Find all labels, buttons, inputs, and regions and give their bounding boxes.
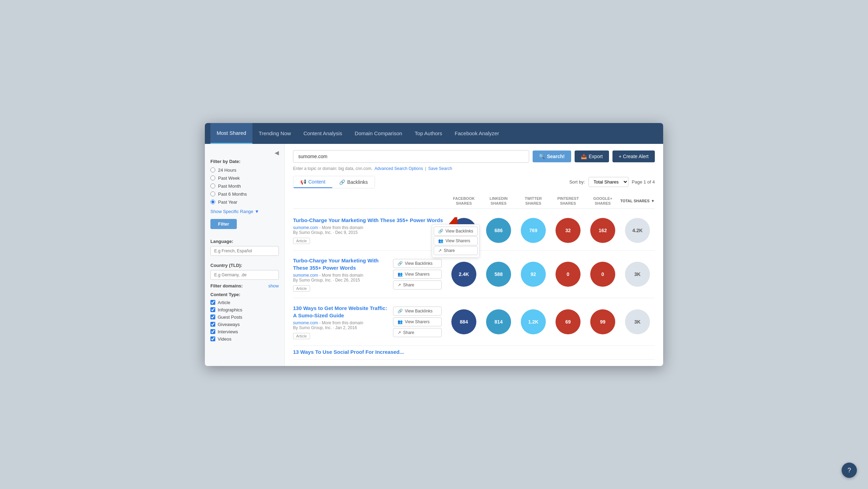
linkedin-stat-2: 588: [486, 262, 511, 287]
show-domains-link[interactable]: show: [268, 283, 279, 288]
share-btn-1[interactable]: ↗ Share: [434, 246, 478, 255]
filter-domains-row: Filter domains: show: [210, 283, 279, 288]
twitter-stat-3: 1.2K: [521, 309, 546, 334]
th-pinterest: PINTERESTSHARES: [551, 196, 585, 206]
checkbox-guest-posts[interactable]: Guest Posts: [210, 315, 279, 320]
help-button[interactable]: ?: [842, 463, 857, 478]
radio-24h-label: 24 Hours: [218, 168, 236, 173]
result-title-2[interactable]: Turbo-Charge Your Marketing With These 3…: [293, 257, 388, 271]
result-title-3[interactable]: 130 Ways to Get More Website Traffic: A …: [293, 304, 388, 319]
radio-month[interactable]: Past Month: [210, 184, 279, 189]
radio-week-label: Past Week: [218, 176, 240, 181]
checkbox-infographics[interactable]: Infographics: [210, 307, 279, 312]
checkbox-giveaways-input[interactable]: [210, 322, 215, 327]
result-domain-3[interactable]: sumome.com: [293, 320, 318, 325]
checkbox-infographics-input[interactable]: [210, 307, 215, 312]
checkbox-interviews-input[interactable]: [210, 329, 215, 334]
result-domain-2[interactable]: sumome.com: [293, 273, 318, 278]
view-sharers-btn-1[interactable]: 👥 View Sharers: [434, 236, 478, 245]
checkbox-article-label: Article: [218, 300, 230, 305]
checkbox-infographics-label: Infographics: [218, 307, 242, 312]
sidebar-collapse-row: ◀: [210, 149, 279, 156]
share-btn-2[interactable]: ↗ Share: [393, 280, 442, 290]
tab-content[interactable]: 📢 Content: [293, 176, 332, 188]
result-content-1: Turbo-Charge Your Marketing With These 3…: [293, 217, 446, 244]
filter-domains-label: Filter domains:: [210, 283, 243, 288]
table-header: FACEBOOKSHARES LINKEDINSHARES TWITTERSHA…: [293, 193, 655, 209]
result-item-3: 130 Ways to Get More Website Traffic: A …: [293, 298, 655, 346]
export-icon: 📤: [581, 154, 587, 159]
radio-24h-input[interactable]: [210, 168, 215, 172]
users-icon: 👥: [398, 272, 403, 277]
show-specific-range[interactable]: Show Specific Range ▼: [210, 209, 279, 214]
share-btn-3[interactable]: ↗ Share: [393, 328, 442, 337]
create-alert-button[interactable]: + Create Alert: [612, 150, 655, 162]
stats-row-3: 884 814 1.2K 69 99 3K: [446, 309, 655, 334]
search-button[interactable]: 🔍 Search!: [533, 150, 571, 162]
collapse-sidebar-button[interactable]: ◀: [275, 149, 279, 156]
result-content-4: 13 Ways To Use Social Proof For Increase…: [293, 348, 655, 357]
radio-6months[interactable]: Past 6 Months: [210, 191, 279, 197]
checkbox-videos-input[interactable]: [210, 336, 215, 341]
nav-top-authors[interactable]: Top Authors: [408, 123, 448, 144]
tab-backlinks[interactable]: 🔗 Backlinks: [332, 176, 375, 188]
googleplus-stat-2: 0: [590, 262, 615, 287]
chevron-down-icon: ▼: [255, 209, 259, 214]
search-input[interactable]: [293, 150, 529, 163]
advanced-search-link[interactable]: Advanced Search Options: [375, 166, 423, 171]
checkbox-giveaways[interactable]: Giveaways: [210, 322, 279, 327]
filter-by-date-label: Filter by Date:: [210, 159, 279, 164]
result-item-2: Turbo-Charge Your Marketing With These 3…: [293, 251, 655, 298]
checkbox-article[interactable]: Article: [210, 300, 279, 305]
page-info: Page 1 of 4: [632, 179, 655, 185]
stats-row-2: 2.4K 588 92 0 0 3K: [446, 262, 655, 287]
search-row: 🔍 Search! 📤 Export + Create Alert: [293, 150, 655, 163]
result-title-4[interactable]: 13 Ways To Use Social Proof For Increase…: [293, 348, 655, 356]
radio-24h[interactable]: 24 Hours: [210, 168, 279, 173]
megaphone-icon: 📢: [300, 179, 306, 185]
result-domain-1[interactable]: sumome.com: [293, 225, 318, 230]
radio-week-input[interactable]: [210, 176, 215, 180]
th-googleplus: GOOGLE+SHARES: [585, 196, 620, 206]
th-total-shares: TOTAL SHARES ▼: [620, 196, 655, 206]
table-header-columns: FACEBOOKSHARES LINKEDINSHARES TWITTERSHA…: [446, 196, 655, 206]
view-sharers-btn-2[interactable]: 👥 View Sharers: [393, 270, 442, 279]
country-input[interactable]: [210, 270, 279, 280]
view-backlinks-btn-3[interactable]: 🔗 View Backlinks: [393, 307, 442, 316]
export-button[interactable]: 📤 Export: [575, 150, 609, 162]
th-facebook: FACEBOOKSHARES: [446, 196, 481, 206]
checkbox-interviews[interactable]: Interviews: [210, 329, 279, 334]
checkbox-videos[interactable]: Videos: [210, 336, 279, 342]
radio-week[interactable]: Past Week: [210, 176, 279, 181]
view-backlinks-btn-2[interactable]: 🔗 View Backlinks: [393, 259, 442, 268]
radio-year-input[interactable]: [210, 199, 215, 204]
view-sharers-btn-3[interactable]: 👥 View Sharers: [393, 317, 442, 326]
share-icon: ↗: [438, 248, 442, 253]
pinterest-stat-2: 0: [556, 262, 581, 287]
nav-domain-comparison[interactable]: Domain Comparison: [349, 123, 409, 144]
result-meta-2: sumome.com - More from this domain By Su…: [293, 273, 388, 283]
checkbox-guest-posts-input[interactable]: [210, 315, 215, 319]
content-tabs: 📢 Content 🔗 Backlinks: [293, 176, 375, 188]
radio-6months-input[interactable]: [210, 191, 215, 196]
checkbox-videos-label: Videos: [218, 336, 232, 342]
nav-most-shared[interactable]: Most Shared: [210, 123, 252, 144]
filter-button[interactable]: Filter: [210, 219, 237, 229]
nav-facebook-analyzer[interactable]: Facebook Analyzer: [449, 123, 506, 144]
action-btns-2: 🔗 View Backlinks 👥 View Sharers ↗ Share: [393, 259, 442, 290]
radio-year[interactable]: Past Year: [210, 199, 279, 205]
checkbox-article-input[interactable]: [210, 300, 215, 305]
sort-by-label: Sort by:: [569, 179, 585, 185]
share-icon: ↗: [398, 283, 401, 287]
nav-content-analysis[interactable]: Content Analysis: [297, 123, 349, 144]
sort-row: Sort by: Total Shares Page 1 of 4: [569, 177, 655, 187]
save-search-link[interactable]: Save Search: [428, 166, 452, 171]
th-linkedin: LINKEDINSHARES: [481, 196, 516, 206]
result-title-1[interactable]: Turbo-Charge Your Marketing With These 3…: [293, 217, 446, 224]
nav-trending-now[interactable]: Trending Now: [252, 123, 297, 144]
sort-select[interactable]: Total Shares: [589, 177, 628, 187]
radio-month-input[interactable]: [210, 184, 215, 188]
view-backlinks-btn-1[interactable]: 🔗 View Backlinks: [434, 227, 478, 236]
language-input[interactable]: [210, 246, 279, 256]
total-stat-1: 4.2K: [625, 218, 650, 243]
